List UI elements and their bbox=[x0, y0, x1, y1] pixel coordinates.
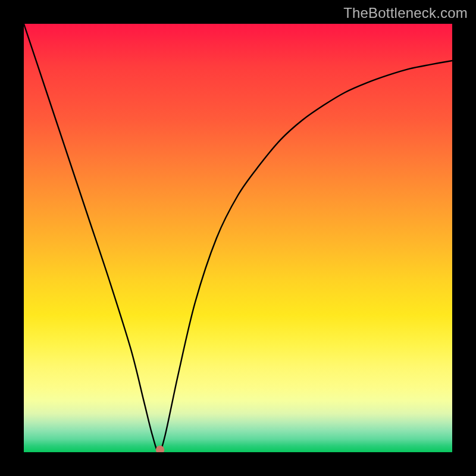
bottleneck-curve bbox=[24, 24, 452, 452]
watermark-text: TheBottleneck.com bbox=[343, 5, 468, 21]
plot-area bbox=[24, 24, 452, 452]
chart-frame: TheBottleneck.com bbox=[0, 0, 476, 476]
result-dot bbox=[156, 446, 164, 452]
